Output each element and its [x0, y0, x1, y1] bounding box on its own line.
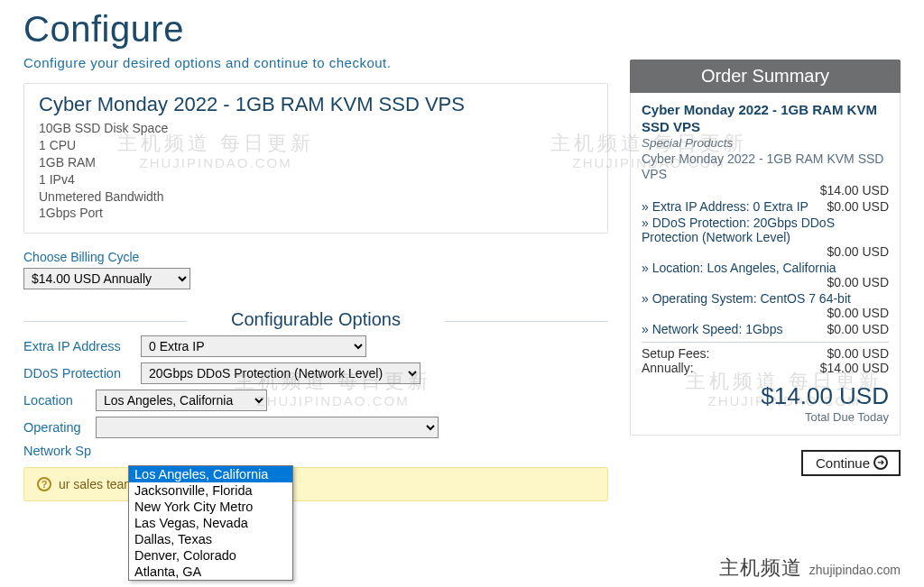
ddos-label: DDoS Protection	[23, 366, 141, 381]
summary-base-price: $14.00 USD	[642, 183, 889, 197]
summary-line-label: » Network Speed: 1Gbps	[642, 322, 822, 336]
summary-category: Special Products	[642, 136, 889, 150]
total-due-today-label: Total Due Today	[642, 410, 889, 424]
page-title: Configure	[23, 9, 608, 50]
annually-value: $14.00 USD	[820, 361, 889, 375]
spec-line: 1 CPU	[39, 137, 593, 154]
location-option[interactable]: Las Vegas, Nevada	[129, 515, 292, 531]
summary-line-price: $0.00 USD	[642, 275, 889, 289]
network-speed-label: Network Sp	[23, 444, 96, 458]
summary-desc: Cyber Monday 2022 - 1GB RAM KVM SSD VPS	[642, 151, 889, 183]
spec-line: Unmetered Bandwidth	[39, 188, 593, 206]
product-specs: 10GB SSD Disk Space 1 CPU 1GB RAM 1 IPv4…	[39, 120, 593, 222]
location-option[interactable]: New York City Metro	[129, 499, 292, 515]
spec-line: 10GB SSD Disk Space	[39, 120, 593, 137]
footer-brand: 主机频道 zhujipindao.com	[719, 555, 901, 582]
configurable-options-header: Configurable Options	[23, 309, 608, 330]
extra-ip-label: Extra IP Address	[23, 339, 141, 353]
location-label: Location	[23, 393, 96, 408]
spec-line: 1 IPv4	[39, 171, 593, 188]
summary-line-label: » Extra IP Address: 0 Extra IP	[642, 199, 822, 214]
billing-cycle-label: Choose Billing Cycle	[23, 250, 608, 264]
assistance-alert: ? ur sales team for assistance. Click he…	[23, 467, 608, 501]
location-option[interactable]: Denver, Colorado	[129, 547, 292, 564]
ddos-select[interactable]: 20Gbps DDoS Protection (Network Level)	[141, 362, 420, 384]
location-option[interactable]: Dallas, Texas	[129, 531, 292, 547]
summary-line-price: $0.00 USD	[827, 199, 889, 214]
location-option[interactable]: Los Angeles, California	[129, 466, 292, 482]
order-summary-header: Order Summary	[630, 60, 901, 93]
product-title: Cyber Monday 2022 - 1GB RAM KVM SSD VPS	[39, 93, 593, 116]
page-subtitle: Configure your desired options and conti…	[23, 55, 608, 70]
os-select[interactable]	[96, 417, 439, 438]
summary-line-label: » DDoS Protection: 20Gbps DDoS Protectio…	[642, 216, 889, 244]
arrow-right-circle-icon: ➜	[873, 455, 888, 470]
os-label: Operating	[23, 420, 96, 435]
extra-ip-select[interactable]: 0 Extra IP	[141, 335, 366, 357]
location-option[interactable]: Jacksonville, Florida	[129, 482, 292, 499]
location-dropdown-list[interactable]: Los Angeles, CaliforniaJacksonville, Flo…	[128, 465, 293, 581]
summary-line-label: » Operating System: CentOS 7 64-bit	[642, 291, 889, 306]
setup-fees-label: Setup Fees:	[642, 346, 710, 361]
summary-product-title: Cyber Monday 2022 - 1GB RAM KVM SSD VPS	[642, 102, 889, 136]
spec-line: 1Gbps Port	[39, 205, 593, 222]
summary-line-price: $0.00 USD	[827, 322, 889, 336]
location-select[interactable]: Los Angeles, California	[96, 390, 267, 411]
billing-cycle-select[interactable]: $14.00 USD Annually	[23, 268, 190, 289]
spec-line: 1GB RAM	[39, 154, 593, 171]
setup-fees-value: $0.00 USD	[827, 346, 889, 361]
summary-line-price: $0.00 USD	[642, 244, 889, 259]
location-option[interactable]: Atlanta, GA	[129, 564, 292, 580]
summary-divider	[642, 342, 889, 343]
annually-label: Annually:	[642, 361, 694, 375]
summary-line-price: $0.00 USD	[642, 306, 889, 320]
question-circle-icon: ?	[37, 477, 51, 491]
grand-total: $14.00 USD	[642, 382, 889, 410]
continue-button[interactable]: Continue ➜	[801, 450, 901, 476]
summary-line-label: » Location: Los Angeles, California	[642, 261, 889, 275]
product-box: Cyber Monday 2022 - 1GB RAM KVM SSD VPS …	[23, 83, 608, 234]
order-summary-body: Cyber Monday 2022 - 1GB RAM KVM SSD VPS …	[630, 93, 901, 436]
